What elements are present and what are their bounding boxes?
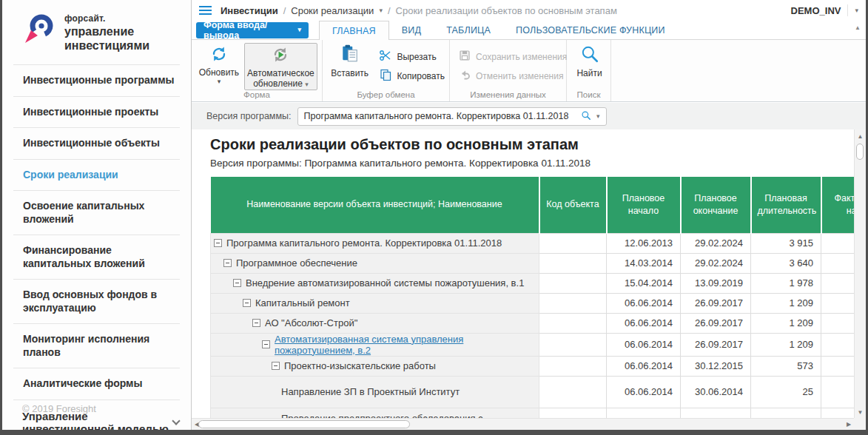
scrollbar-corner (854, 418, 866, 430)
auto-refresh-icon (272, 46, 289, 66)
cut-button[interactable]: Вырезать (380, 50, 445, 64)
sidebar-item[interactable]: Мониторинг исполнения планов (13, 324, 180, 368)
object-name-cell: Внедрение автоматизированной системы пож… (211, 273, 539, 293)
object-name-cell: Программное обеспечение (211, 253, 539, 273)
object-name-cell: Капитальный ремонт (211, 293, 539, 313)
tab-inactive[interactable]: ВИД (389, 21, 434, 39)
plan-start-cell: 06.06.2014 (607, 293, 681, 313)
user-menu[interactable]: DEMO_INV (791, 5, 841, 16)
breadcrumb-caret-down-icon[interactable]: ▾ (379, 7, 383, 14)
table-body: Программа капитального ремонта. Корректи… (211, 233, 855, 418)
plan-start-cell: 15.04.2014 (607, 273, 681, 293)
table-row: Проектно-изыскательские работы06.06.2014… (211, 356, 855, 376)
plan-end-cell: 30.12.2015 (681, 356, 751, 376)
breadcrumb-separator: / (283, 5, 286, 16)
column-header: Плановое окончание (681, 177, 751, 233)
collapse-expander-icon[interactable] (214, 239, 222, 247)
search-icon (580, 44, 599, 66)
breadcrumb-item[interactable]: Инвестиции (221, 5, 278, 16)
scroll-right-icon[interactable]: ▶ (844, 419, 854, 430)
search-icon[interactable] (581, 110, 591, 123)
main-area: Инвестиции/Сроки реализации▾/Сроки реали… (192, 0, 866, 430)
refresh-button[interactable]: Обновить ▾ (198, 43, 240, 85)
plan-duration-cell: 3 640 (751, 253, 821, 273)
version-bar: Версия программы: Программа капитального… (192, 103, 866, 129)
fact-start-cell (821, 333, 855, 356)
column-header: Наименование версии объекта инвестиций; … (211, 177, 539, 233)
plan-end-cell: 26.09.2017 (681, 333, 751, 356)
save-icon (459, 50, 471, 64)
collapse-expander-icon[interactable] (262, 340, 270, 348)
sidebar-footer-label: Управление инвестиционной моделью (22, 410, 173, 430)
user-caret-down-icon[interactable]: ▾ (855, 7, 858, 14)
ribbon-group-search: Найти Поиск (567, 40, 611, 101)
table-row: АО "Абсолют-Строй"06.06.201426.09.20171 … (211, 313, 855, 333)
save-changes-button[interactable]: Сохранить изменения (459, 50, 567, 64)
brand-name: форсайт. (64, 13, 149, 24)
plan-end-cell: 29.02.2024 (681, 253, 751, 273)
table-row: Капитальный ремонт06.06.201426.09.20171 … (211, 293, 855, 313)
group-label-changes: Изменения данных (450, 90, 566, 101)
object-name-link[interactable]: Автоматизированная система управления по… (275, 334, 539, 356)
undo-changes-button[interactable]: Отменить изменения (459, 69, 567, 83)
plan-start-cell: 14.03.2014 (607, 253, 681, 273)
horizontal-scrollbar[interactable]: ◀ ▶ (192, 418, 854, 430)
sidebar-item[interactable]: Инвестиционные объекты (13, 128, 180, 160)
horizontal-scroll-thumb[interactable] (198, 420, 410, 428)
object-name-text: Программа капитального ремонта. Корректи… (226, 237, 502, 249)
collapse-expander-icon[interactable] (272, 362, 280, 370)
object-code-cell (539, 376, 607, 408)
tab-inactive[interactable]: ТАБЛИЦА (434, 21, 503, 39)
fact-start-cell (821, 233, 855, 253)
auto-refresh-button[interactable]: Автоматическое обновление ▾ (244, 43, 317, 90)
vertical-scrollbar[interactable]: ▲ ▼ (854, 129, 866, 418)
object-name-cell: Проектно-изыскательские работы (211, 356, 539, 376)
tab-active[interactable]: ГЛАВНАЯ (319, 21, 389, 40)
sidebar-item[interactable]: Инвестиционные проекты (13, 97, 180, 129)
form-io-dropdown-button[interactable]: Форма ввода/вывода ▾ (196, 22, 309, 38)
find-button[interactable]: Найти (573, 43, 606, 78)
collapse-expander-icon[interactable] (233, 279, 241, 287)
ribbon: Обновить ▾ Ав (192, 39, 866, 102)
breadcrumb-item[interactable]: Сроки реализации (291, 5, 374, 16)
ribbon-group-clipboard: Вставить Вы (323, 40, 450, 101)
plan-end-cell: 13.09.2019 (681, 273, 751, 293)
sidebar-item[interactable]: Инвестиционные программы (13, 65, 180, 97)
column-header: Плановое начало (607, 177, 681, 233)
paste-button[interactable]: Вставить (329, 43, 371, 78)
object-name-text: Проектно-изыскательские работы (284, 360, 436, 371)
tab-bar: Форма ввода/вывода ▾ ГЛАВНАЯВИДТАБЛИЦАПО… (192, 21, 866, 39)
sidebar-footer: © 2019 Foresight Управление инвестиционн… (2, 402, 191, 430)
sidebar-item[interactable]: Финансирование капитальных вложений (13, 235, 180, 280)
sidebar-item[interactable]: Аналитические формы (13, 368, 180, 400)
sidebar-item[interactable]: Сроки реализации (13, 160, 180, 192)
collapse-expander-icon[interactable] (223, 259, 232, 267)
tab-inactive[interactable]: ПОЛЬЗОВАТЕЛЬСКИЕ ФУНКЦИИ (503, 21, 678, 39)
collapse-expander-icon[interactable] (252, 319, 260, 327)
breadcrumb: Инвестиции/Сроки реализации▾/Сроки реали… (221, 5, 617, 16)
sidebar-item-investment-model[interactable]: Управление инвестиционной моделью (22, 410, 184, 430)
scroll-up-icon[interactable]: ▲ (855, 130, 866, 142)
object-code-cell (539, 408, 607, 418)
chevron-down-icon (172, 417, 180, 425)
page-title: Сроки реализации объектов по основным эт… (210, 135, 854, 153)
report-content: Сроки реализации объектов по основным эт… (192, 129, 854, 418)
caret-down-icon[interactable]: ▾ (596, 113, 600, 120)
object-code-cell (539, 293, 607, 313)
version-value: Программа капитального ремонта. Корректи… (304, 111, 581, 121)
vertical-scroll-thumb[interactable] (856, 144, 864, 160)
collapse-expander-icon[interactable] (243, 299, 251, 307)
foresight-logo-icon (23, 12, 57, 49)
breadcrumb-item[interactable]: Сроки реализации объектов по основным эт… (396, 5, 617, 16)
hamburger-menu-icon[interactable] (199, 6, 212, 15)
scroll-down-icon[interactable]: ▼ (855, 406, 866, 418)
collapse-ribbon-icon[interactable]: ▲ (855, 24, 861, 31)
object-code-cell (539, 356, 607, 376)
version-select-input[interactable]: Программа капитального ремонта. Корректи… (297, 107, 607, 126)
sidebar-item[interactable]: Освоение капитальных вложений (13, 191, 180, 235)
fact-start-cell (821, 356, 855, 376)
object-name-text: Проведение предпроектного обследования с… (281, 413, 539, 419)
copy-button[interactable]: Копировать (380, 69, 445, 83)
sidebar-item[interactable]: Ввод основных фондов в эксплуатацию (13, 280, 180, 324)
plan-start-cell: 12.06.2013 (607, 233, 681, 253)
